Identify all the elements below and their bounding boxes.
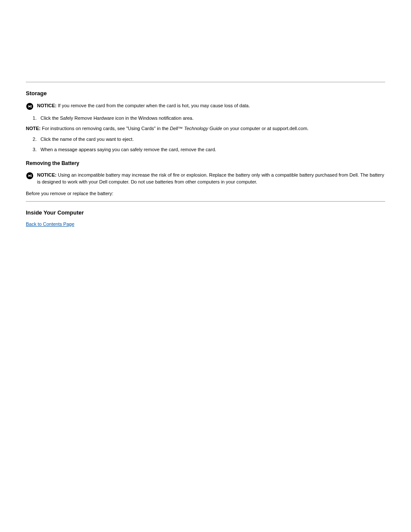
battery-paragraph: Before you remove or replace the battery… (26, 190, 385, 197)
note-body-after: on your computer or at support.dell.com. (222, 126, 309, 131)
notice-body-2: Using an incompatible battery may increa… (37, 172, 384, 185)
note-body-before: For instructions on removing cards, see … (40, 126, 170, 131)
inside-section-title: Inside Your Computer (26, 208, 385, 217)
note-italic: Dell™ Technology Guide (170, 126, 222, 131)
step-1: Click the Safely Remove Hardware icon in… (38, 115, 385, 122)
note-label-1: NOTE: (26, 126, 40, 131)
notice-body-1: If you remove the card from the computer… (56, 103, 250, 108)
notice-label-2: NOTICE: (37, 172, 56, 177)
battery-subsection-title: Removing the Battery (26, 159, 385, 167)
notice-icon (26, 103, 34, 110)
back-to-contents-link[interactable]: Back to Contents Page (26, 221, 75, 227)
notice-block-1: NOTICE: If you remove the card from the … (26, 102, 385, 110)
divider (26, 82, 385, 82)
svg-rect-3 (31, 174, 31, 177)
divider (26, 201, 385, 202)
notice-icon (26, 172, 34, 180)
notice-text-2: NOTICE: Using an incompatible battery ma… (37, 171, 385, 186)
storage-section-title: Storage (26, 89, 385, 98)
note-1: NOTE: For instructions on removing cards… (26, 125, 385, 132)
notice-block-2: NOTICE: Using an incompatible battery ma… (26, 171, 385, 186)
notice-text-1: NOTICE: If you remove the card from the … (37, 102, 385, 109)
step-3: When a message appears saying you can sa… (38, 146, 385, 153)
notice-label-1: NOTICE: (37, 103, 56, 108)
step-2: Click the name of the card you want to e… (38, 136, 385, 143)
svg-rect-1 (31, 105, 31, 108)
